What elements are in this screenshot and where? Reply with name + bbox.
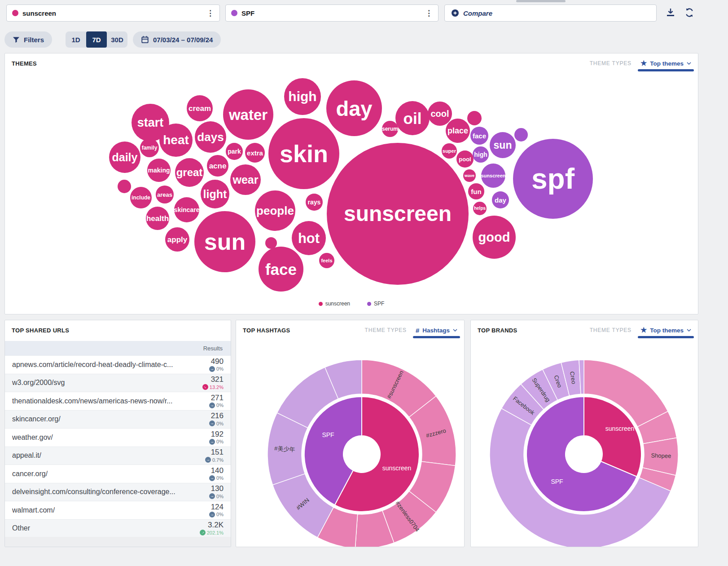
theme-bubble-cool[interactable]: cool (428, 102, 452, 126)
brands-theme-type-selector[interactable]: ★ Top themes (640, 327, 691, 334)
urls-table-footer (5, 537, 231, 547)
theme-bubble-cream[interactable]: cream (187, 95, 213, 121)
theme-bubble-sun[interactable]: sun (194, 211, 255, 272)
shared-url-row[interactable]: thenationaldesk.com/news/americas-news-n… (5, 392, 231, 410)
range-1d-button[interactable]: 1D (66, 31, 86, 48)
trend-change: →0% (209, 366, 224, 372)
theme-bubble-health[interactable]: health (146, 207, 169, 230)
theme-bubble-pool[interactable]: pool (456, 150, 474, 168)
theme-bubble[interactable] (467, 111, 482, 125)
range-30d-button[interactable]: 30D (107, 31, 127, 48)
legend-item-SPF[interactable]: SPF (367, 301, 384, 307)
brands-panel-header: TOP BRANDS THEME TYPES ★ Top themes (471, 320, 698, 340)
theme-bubble-family[interactable]: family (140, 138, 159, 157)
theme-bubble-helps[interactable]: helps (473, 202, 487, 215)
shared-url[interactable]: walmart.com/ (12, 506, 55, 514)
theme-bubble-daily[interactable]: daily (109, 142, 140, 173)
theme-bubble-sunscreen[interactable]: sunscreen (327, 143, 469, 285)
theme-bubble-making[interactable]: making (147, 159, 171, 182)
theme-bubble-high[interactable]: high (473, 146, 489, 163)
shared-url-row[interactable]: delveinsight.com/consulting/conference-c… (5, 483, 231, 501)
shared-url[interactable]: cancer.org/ (12, 470, 48, 478)
theme-bubble-skin[interactable]: skin (268, 118, 339, 189)
theme-bubble-face[interactable]: face (470, 127, 488, 145)
range-7d-button[interactable]: 7D (86, 31, 107, 48)
theme-bubble-hot[interactable]: hot (292, 221, 326, 255)
theme-bubble-acne[interactable]: acne (207, 155, 228, 177)
theme-bubble[interactable] (514, 128, 528, 142)
theme-bubble-light[interactable]: light (201, 180, 229, 208)
theme-bubble-rays[interactable]: rays (306, 194, 323, 211)
compare-button[interactable]: Compare (444, 4, 657, 22)
shared-url[interactable]: delveinsight.com/consulting/conference-c… (12, 488, 175, 496)
theme-bubble-wear[interactable]: wear (230, 164, 261, 195)
trend-arrow-icon: → (210, 494, 214, 498)
legend-item-sunscreen[interactable]: sunscreen (319, 301, 350, 307)
kebab-menu-icon[interactable]: ⋮ (206, 9, 214, 17)
theme-bubble-spf[interactable]: spf (513, 139, 593, 219)
shared-url[interactable]: Other (12, 524, 30, 532)
theme-bubble[interactable] (118, 180, 131, 193)
shared-url-row[interactable]: appeal.it/151→0.7% (5, 447, 231, 465)
theme-bubble-face[interactable]: face (259, 247, 303, 292)
theme-bubble-feels[interactable]: feels (319, 253, 334, 268)
trend-change: →13.2% (202, 384, 224, 390)
shared-url-row[interactable]: weather.gov/192→0% (5, 428, 231, 447)
shared-url-row[interactable]: Other3.2K→202.1% (5, 519, 231, 538)
theme-bubble-day[interactable]: day (492, 191, 509, 208)
themes-panel: THEMES THEME TYPES ★ Top themes creamsta… (4, 53, 698, 314)
theme-bubble-wave[interactable]: wave (463, 169, 476, 182)
theme-bubble-areas[interactable]: areas (156, 186, 174, 203)
theme-bubble-super[interactable]: super (442, 143, 457, 159)
chevron-down-icon (453, 329, 457, 332)
theme-bubble-sunscreen[interactable]: sunscreen (481, 164, 505, 188)
hashtags-outer-label: #美少年 (274, 445, 295, 453)
theme-types-label: THEME TYPES (365, 327, 407, 333)
results-count: 140 (209, 467, 224, 475)
theme-bubble-great[interactable]: great (175, 158, 204, 187)
kebab-menu-icon[interactable]: ⋮ (425, 9, 433, 17)
theme-bubble-apply[interactable]: apply (165, 227, 189, 252)
trend-change: →0.7% (205, 457, 224, 463)
theme-bubble-skincare[interactable]: skincare (174, 197, 199, 222)
shared-url-row[interactable]: w3.org/2000/svg321→13.2% (5, 374, 231, 392)
theme-bubble-days[interactable]: days (195, 121, 226, 153)
query-chip-spf[interactable]: SPF ⋮ (225, 4, 439, 22)
theme-bubble-high[interactable]: high (284, 78, 321, 115)
theme-bubble-serum[interactable]: serum (382, 121, 398, 137)
theme-bubble[interactable] (265, 237, 277, 249)
trend-arrow-icon: → (202, 384, 208, 390)
shared-url-row[interactable]: cancer.org/140→0% (5, 464, 231, 483)
chevron-down-icon (687, 329, 691, 332)
download-icon[interactable] (665, 7, 676, 18)
theme-bubble-extra[interactable]: extra (245, 143, 265, 163)
theme-bubble-good[interactable]: good (473, 216, 516, 259)
shared-url[interactable]: w3.org/2000/svg (12, 379, 65, 387)
queries-scrollbar[interactable] (516, 0, 566, 2)
date-range-picker[interactable]: 07/03/24 – 07/09/24 (133, 31, 221, 48)
theme-bubble-fun[interactable]: fun (468, 183, 484, 199)
query-chip-sunscreen[interactable]: sunscreen ⋮ (6, 4, 220, 22)
shared-url-row[interactable]: skincancer.org/216→0% (5, 410, 231, 429)
shared-url[interactable]: weather.gov/ (12, 433, 53, 442)
shared-url[interactable]: apnews.com/article/record-heat-deadly-cl… (12, 361, 173, 369)
theme-bubble-place[interactable]: place (446, 119, 470, 143)
theme-bubble-oil[interactable]: oil (395, 101, 430, 135)
shared-url[interactable]: appeal.it/ (12, 451, 41, 460)
theme-bubble-include[interactable]: include (130, 187, 152, 208)
refresh-icon[interactable] (684, 7, 695, 18)
shared-url-row[interactable]: apnews.com/article/record-heat-deadly-cl… (5, 355, 231, 374)
theme-bubble-park[interactable]: park (226, 143, 243, 160)
theme-bubble-people[interactable]: people (255, 190, 295, 231)
theme-bubble-heat[interactable]: heat (159, 124, 193, 157)
theme-bubble-water[interactable]: water (223, 89, 273, 140)
trend-change: →0% (209, 439, 224, 445)
theme-bubble-day[interactable]: day (326, 80, 382, 136)
shared-url-row[interactable]: walmart.com/124→0% (5, 501, 231, 519)
shared-url[interactable]: skincancer.org/ (12, 415, 61, 423)
shared-url[interactable]: thenationaldesk.com/news/americas-news-n… (12, 397, 173, 405)
filters-button[interactable]: Filters (4, 31, 52, 48)
theme-bubble-sun[interactable]: sun (490, 132, 516, 158)
legend-label: SPF (374, 301, 384, 307)
hashtags-selector[interactable]: # Hashtags (416, 327, 457, 334)
